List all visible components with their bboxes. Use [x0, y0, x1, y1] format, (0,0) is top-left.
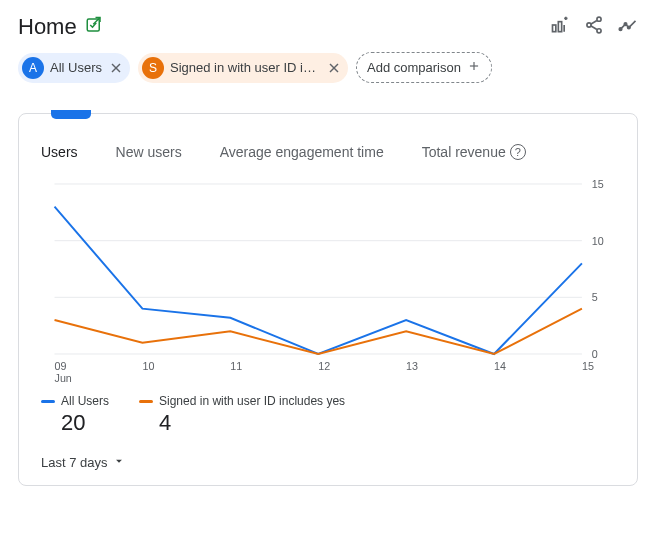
legend-value-a: 20 — [41, 410, 109, 436]
customize-icon[interactable] — [550, 15, 570, 39]
help-icon[interactable]: ? — [510, 144, 526, 160]
tab-total-revenue[interactable]: Total revenue ? — [422, 144, 526, 160]
svg-line-7 — [591, 26, 597, 30]
plus-icon — [467, 59, 481, 76]
chip-letter-a: A — [22, 57, 44, 79]
legend-item-all-users: All Users 20 — [41, 394, 109, 436]
legend-value-b: 4 — [139, 410, 345, 436]
share-icon[interactable] — [584, 15, 604, 39]
svg-line-6 — [591, 20, 597, 24]
svg-text:Jun: Jun — [55, 372, 72, 384]
svg-text:15: 15 — [582, 360, 594, 372]
svg-point-8 — [619, 28, 622, 31]
chart-svg: 05101509101112131415Jun — [35, 174, 621, 384]
legend: All Users 20 Signed in with user ID incl… — [35, 384, 621, 440]
svg-point-10 — [628, 26, 631, 29]
add-comparison-label: Add comparison — [367, 60, 461, 75]
svg-rect-1 — [553, 25, 556, 32]
svg-text:0: 0 — [592, 348, 598, 360]
svg-text:09: 09 — [55, 360, 67, 372]
active-tab-indicator — [51, 110, 91, 119]
chevron-down-icon — [112, 454, 126, 471]
chip-all-users[interactable]: A All Users — [18, 53, 130, 83]
header: Home — [0, 0, 656, 48]
legend-item-signed-in: Signed in with user ID includes yes 4 — [139, 394, 345, 436]
svg-point-5 — [597, 29, 601, 33]
tab-avg-engagement[interactable]: Average engagement time — [220, 144, 384, 160]
tab-users[interactable]: Users — [41, 144, 78, 160]
svg-text:11: 11 — [230, 360, 242, 372]
svg-text:12: 12 — [318, 360, 330, 372]
tab-new-users[interactable]: New users — [116, 144, 182, 160]
legend-label-a: All Users — [61, 394, 109, 408]
svg-text:15: 15 — [592, 178, 604, 190]
chip-signed-in[interactable]: S Signed in with user ID in… — [138, 53, 348, 83]
legend-label-b: Signed in with user ID includes yes — [159, 394, 345, 408]
chip-label: All Users — [50, 60, 102, 75]
chip-label: Signed in with user ID in… — [170, 60, 320, 75]
svg-text:10: 10 — [142, 360, 154, 372]
close-icon[interactable] — [108, 60, 124, 76]
svg-text:5: 5 — [592, 291, 598, 303]
tab-total-revenue-label: Total revenue — [422, 144, 506, 160]
date-range-label: Last 7 days — [41, 455, 108, 470]
header-actions — [550, 15, 638, 39]
comparison-chips: A All Users S Signed in with user ID in…… — [0, 48, 656, 95]
svg-text:10: 10 — [592, 235, 604, 247]
page-title: Home — [18, 14, 77, 40]
svg-text:14: 14 — [494, 360, 506, 372]
metrics-card: Users New users Average engagement time … — [18, 113, 638, 486]
verified-icon — [85, 16, 103, 38]
svg-text:13: 13 — [406, 360, 418, 372]
add-comparison-button[interactable]: Add comparison — [356, 52, 492, 83]
swatch-all-users — [41, 400, 55, 403]
line-chart: 05101509101112131415Jun — [35, 174, 621, 384]
insights-icon[interactable] — [618, 15, 638, 39]
close-icon[interactable] — [326, 60, 342, 76]
title-wrap: Home — [18, 14, 103, 40]
chip-letter-s: S — [142, 57, 164, 79]
date-range-selector[interactable]: Last 7 days — [35, 440, 621, 471]
metric-tabs: Users New users Average engagement time … — [35, 114, 621, 174]
swatch-signed-in — [139, 400, 153, 403]
svg-point-9 — [624, 23, 627, 26]
svg-point-3 — [597, 17, 601, 21]
svg-rect-2 — [558, 22, 561, 32]
